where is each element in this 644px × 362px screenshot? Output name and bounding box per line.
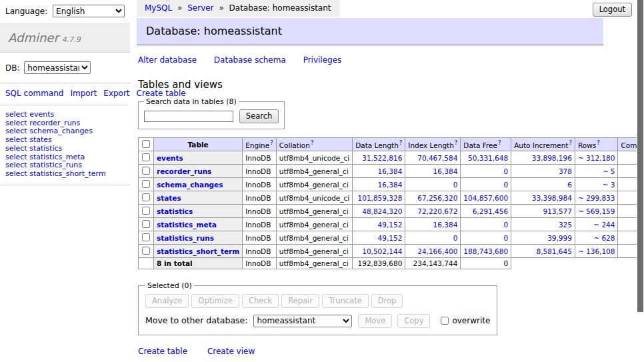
data-free-link[interactable]: 0 [503,234,508,242]
bulk-optimize-button[interactable]: Optimize [191,294,239,308]
auto-increment-link[interactable]: 378 [559,167,572,175]
row-checkbox[interactable] [142,207,150,215]
row-checkbox[interactable] [142,233,150,241]
index-length-link[interactable]: 0 [453,234,458,242]
auto-increment-link[interactable]: 39,999 [547,234,572,242]
help-link[interactable]: ? [270,139,273,146]
table-name-link[interactable]: schema_changes [157,181,223,189]
rows-approx-link[interactable]: ~ 5 [603,167,615,175]
move-db-select[interactable]: homeassistant [253,315,352,327]
row-checkbox[interactable] [142,180,150,188]
rows-approx-link[interactable]: ~ 244 [593,221,615,229]
data-free-link[interactable]: 0 [503,181,508,189]
auto-increment-link[interactable]: 8,581,645 [536,247,571,255]
index-length-link[interactable]: 16,384 [433,167,458,175]
sidebar-export-link[interactable]: Export [103,89,129,98]
table-name-link[interactable]: recorder_runs [157,167,211,175]
select-all-checkbox[interactable] [142,140,150,148]
help-link[interactable]: ? [498,139,501,146]
scrollbar-thumb[interactable] [637,0,643,312]
index-length-link[interactable]: 67,256,320 [417,194,457,202]
help-link[interactable]: ? [399,139,403,146]
data-free-link[interactable]: 188,743,680 [463,247,508,255]
index-length-link[interactable]: 72,220,672 [417,207,457,215]
move-button[interactable]: Move [358,314,392,328]
sidebar-select-statistics-short-term-link[interactable]: select statistics_short_term [5,169,106,178]
help-link[interactable]: ? [597,139,600,146]
data-length-link[interactable]: 49,152 [378,234,403,242]
sidebar-select-recorder-runs-link[interactable]: select recorder_runs [5,119,80,127]
rows-approx-link[interactable]: ~ 136,108 [578,247,615,255]
row-checkbox[interactable] [142,167,150,175]
create-view-link[interactable]: Create view [207,347,255,356]
data-free-link[interactable]: 104,857,600 [463,194,508,202]
index-length-link[interactable]: 70,467,584 [417,154,457,162]
rows-approx-link[interactable]: ~ 628 [593,234,615,242]
sidebar-sql-command-link[interactable]: SQL command [5,89,63,98]
sidebar-select-states-link[interactable]: select states [5,135,52,144]
data-free-link[interactable]: 50,331,648 [468,154,508,162]
help-link[interactable]: ? [455,139,458,146]
data-length-link[interactable]: 16,384 [378,167,403,175]
database-schema-link[interactable]: Database schema [214,55,286,65]
bulk-drop-button[interactable]: Drop [371,294,403,308]
table-name-link[interactable]: statistics_short_term [157,247,239,255]
sidebar-import-link[interactable]: Import [70,89,97,98]
bulk-truncate-button[interactable]: Truncate [322,294,369,308]
data-length-link[interactable]: 31,522,816 [362,154,402,162]
data-length-link[interactable]: 48,824,320 [362,207,402,215]
data-free-link[interactable]: 6,291,456 [473,207,508,215]
help-link[interactable]: ? [569,139,572,146]
overwrite-checkbox[interactable] [441,317,449,325]
alter-database-link[interactable]: Alter database [138,55,197,65]
sidebar-select-schema-changes-link[interactable]: select schema_changes [5,127,93,135]
row-checkbox[interactable] [142,247,150,255]
sidebar-select-statistics-runs-link[interactable]: select statistics_runs [5,161,82,169]
copy-button[interactable]: Copy [397,314,430,328]
table-name-link[interactable]: statistics_meta [157,221,217,229]
rows-approx-link[interactable]: ~ 569,159 [578,207,615,215]
logout-button[interactable]: Logout [593,3,632,17]
table-name-cell: statistics_runs [154,231,243,245]
row-checkbox[interactable] [142,220,150,228]
data-length-link[interactable]: 49,152 [378,221,403,229]
index-length-link[interactable]: 24,166,400 [417,247,457,255]
vertical-scrollbar[interactable] [637,0,644,362]
row-checkbox[interactable] [142,193,150,201]
auto-increment-link[interactable]: 325 [559,221,572,229]
index-length-link[interactable]: 0 [453,181,458,189]
data-free-link[interactable]: 0 [503,167,508,175]
breadcrumb-mysql-link[interactable]: MySQL [145,3,172,13]
search-input[interactable] [144,111,233,122]
bulk-analyze-button[interactable]: Analyze [145,294,189,308]
sidebar-select-events-link[interactable]: select events [5,110,54,119]
data-length-link[interactable]: 101,859,328 [358,194,403,202]
help-link[interactable]: ? [311,139,314,146]
table-name-link[interactable]: states [157,194,181,202]
data-free-link[interactable]: 0 [503,221,508,229]
table-name-link[interactable]: statistics_runs [157,234,214,242]
sidebar-select-statistics-meta-link[interactable]: select statistics_meta [5,153,85,161]
row-checkbox[interactable] [142,153,150,161]
data-length-link[interactable]: 16,384 [378,181,403,189]
index-length-link[interactable]: 16,384 [433,221,458,229]
table-name-link[interactable]: statistics [157,207,193,215]
data-length-link[interactable]: 10,502,144 [362,247,402,255]
auto-increment-link[interactable]: 33,398,984 [532,194,572,202]
rows-approx-link[interactable]: ~ 312,180 [578,154,615,162]
rows-approx-link[interactable]: ~ 299,833 [578,194,615,202]
search-button[interactable]: Search [239,109,279,123]
auto-increment-link[interactable]: 33,898,196 [532,154,572,162]
bulk-repair-button[interactable]: Repair [281,294,319,308]
breadcrumb-server-link[interactable]: Server [187,3,213,13]
privileges-link[interactable]: Privileges [303,55,342,65]
bulk-check-button[interactable]: Check [242,294,279,308]
rows-approx-link[interactable]: ~ 3 [603,181,615,189]
create-table-link[interactable]: Create table [138,347,187,356]
table-name-link[interactable]: events [157,154,183,162]
sidebar-select-statistics-link[interactable]: select statistics [5,144,62,153]
db-select[interactable]: homeassistant [24,61,91,74]
auto-increment-link[interactable]: 6 [567,181,572,189]
language-select[interactable]: English [53,5,125,17]
auto-increment-link[interactable]: 913,577 [543,207,572,215]
